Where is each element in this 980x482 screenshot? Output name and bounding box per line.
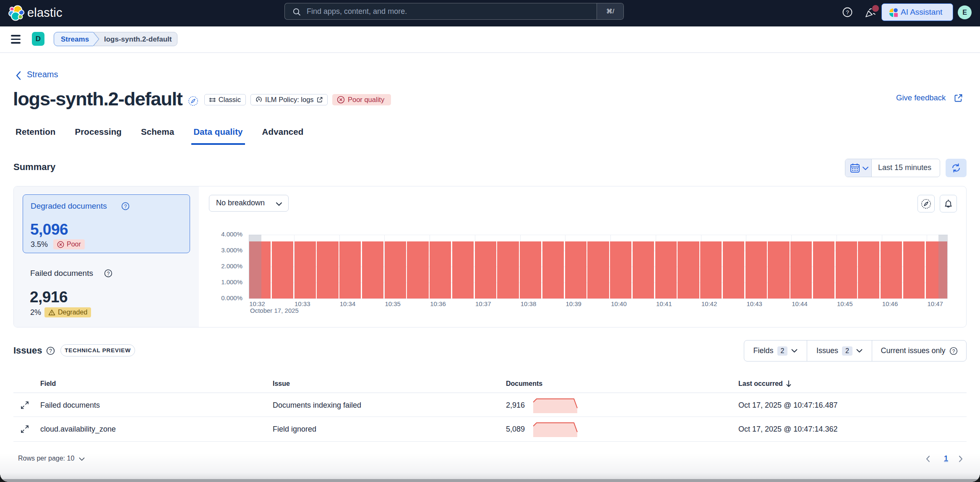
svg-text:?: ?: [846, 9, 849, 16]
svg-text:Streams: Streams: [61, 35, 89, 43]
svg-text:?: ?: [107, 271, 110, 277]
svg-text:?: ?: [952, 348, 955, 354]
svg-text:?: ?: [124, 204, 127, 210]
svg-text:?: ?: [49, 348, 52, 354]
svg-text:logs-synth.2-default: logs-synth.2-default: [104, 35, 172, 43]
